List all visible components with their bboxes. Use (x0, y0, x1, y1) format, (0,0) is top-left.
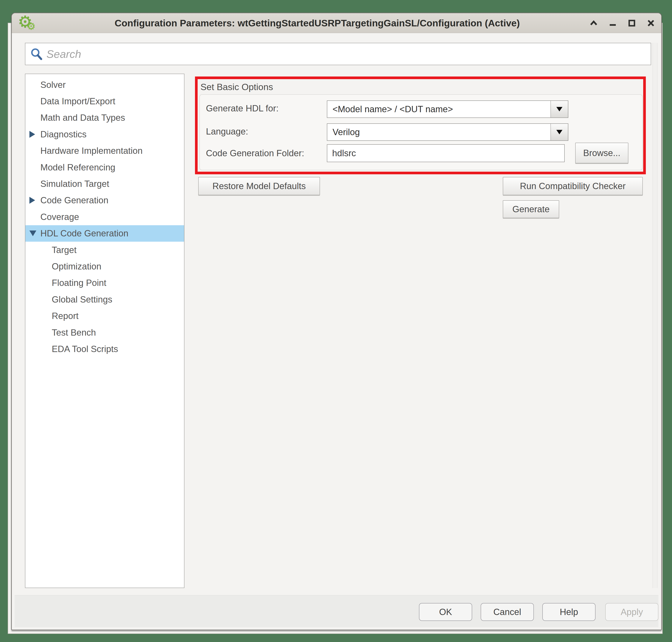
search-input[interactable] (47, 43, 651, 65)
sidebar-item-label: Code Generation (40, 195, 108, 205)
language-value: Verilog (327, 124, 551, 140)
sidebar-item-simulation-target[interactable]: Simulation Target (25, 176, 184, 192)
vertical-scrollbar[interactable] (652, 43, 657, 588)
sidebar-item-math-and-data-types[interactable]: Math and Data Types (25, 110, 184, 126)
sidebar-item-optimization[interactable]: Optimization (25, 258, 184, 274)
sidebar-item-floating-point[interactable]: Floating Point (25, 275, 184, 291)
shade-icon[interactable] (590, 19, 598, 27)
browse-button[interactable]: Browse... (575, 143, 629, 163)
sidebar-item-label: Test Bench (52, 328, 96, 338)
sidebar-item-label: Solver (40, 80, 66, 90)
language-dropdown[interactable]: Verilog (327, 123, 568, 141)
minimize-icon[interactable] (608, 19, 617, 27)
sidebar-item-code-generation[interactable]: Code Generation (25, 192, 184, 209)
generate-hdl-for-dropdown[interactable]: <Model name> / <DUT name> (327, 100, 568, 118)
sidebar-item-coverage[interactable]: Coverage (25, 209, 184, 225)
search-box (25, 43, 651, 65)
window-title: Configuration Parameters: wtGettingStart… (12, 17, 661, 29)
sidebar-item-eda-tool-scripts[interactable]: EDA Tool Scripts (25, 341, 184, 357)
sidebar-item-target[interactable]: Target (25, 242, 184, 258)
section-title: Set Basic Options (201, 82, 273, 92)
tree-expanded-arrow[interactable] (29, 231, 36, 236)
window-controls (590, 13, 655, 33)
sidebar-item-label: Diagnostics (40, 129, 87, 139)
apply-button[interactable]: Apply (605, 603, 658, 621)
sidebar-item-diagnostics[interactable]: Diagnostics (25, 126, 184, 142)
close-icon[interactable] (647, 19, 655, 27)
sidebar-item-model-referencing[interactable]: Model Referencing (25, 159, 184, 176)
sidebar-item-label: Simulation Target (40, 179, 109, 189)
sidebar-item-hdl-code-generation[interactable]: HDL Code Generation (25, 225, 184, 242)
sidebar-item-label: Hardware Implementation (40, 146, 143, 156)
configuration-parameters-dialog: ⚙ ⚙ Configuration Parameters: wtGettingS… (11, 13, 662, 630)
sidebar-item-label: HDL Code Generation (40, 228, 128, 239)
sidebar-tree: SolverData Import/ExportMath and Data Ty… (25, 74, 184, 588)
sidebar-item-hardware-implementation[interactable]: Hardware Implementation (25, 143, 184, 159)
footer-bar: OK Cancel Help Apply (15, 595, 658, 627)
sidebar-item-test-bench[interactable]: Test Bench (25, 324, 184, 341)
sidebar-item-label: Math and Data Types (40, 113, 125, 123)
sidebar-item-label: Report (52, 311, 78, 321)
chevron-down-icon[interactable] (551, 124, 568, 140)
tree-collapsed-arrow[interactable] (29, 131, 35, 138)
sidebar-item-report[interactable]: Report (25, 308, 184, 324)
search-icon (30, 48, 43, 60)
generate-hdl-for-label: Generate HDL for: (206, 103, 279, 113)
sidebar-item-label: Data Import/Export (40, 96, 115, 106)
code-generation-folder-input[interactable] (327, 144, 565, 162)
sidebar-item-data-import-export[interactable]: Data Import/Export (25, 93, 184, 110)
sidebar-item-label: Floating Point (52, 278, 106, 288)
sidebar-item-label: Model Referencing (40, 162, 115, 172)
sidebar-item-label: Optimization (52, 261, 101, 271)
sidebar-item-global-settings[interactable]: Global Settings (25, 291, 184, 308)
code-generation-folder-label: Code Generation Folder: (206, 148, 304, 158)
sidebar-item-label: Coverage (40, 212, 79, 222)
generate-button[interactable]: Generate (503, 200, 559, 218)
run-compatibility-checker-button[interactable]: Run Compatibility Checker (503, 177, 643, 195)
sidebar-item-solver[interactable]: Solver (25, 77, 184, 93)
help-button[interactable]: Help (542, 603, 595, 621)
maximize-icon[interactable] (628, 19, 636, 27)
sidebar-item-label: Global Settings (52, 294, 112, 305)
cancel-button[interactable]: Cancel (481, 603, 534, 621)
gear-icon: ⚙ ⚙ (18, 14, 40, 33)
titlebar[interactable]: ⚙ ⚙ Configuration Parameters: wtGettingS… (12, 13, 661, 33)
generate-hdl-for-value: <Model name> / <DUT name> (327, 101, 551, 117)
sidebar-item-label: Target (52, 245, 77, 255)
language-label: Language: (206, 126, 248, 137)
chevron-down-icon[interactable] (551, 101, 568, 117)
sidebar-item-label: EDA Tool Scripts (52, 344, 118, 354)
restore-model-defaults-button[interactable]: Restore Model Defaults (198, 177, 320, 195)
tree-collapsed-arrow[interactable] (29, 197, 35, 204)
ok-button[interactable]: OK (419, 603, 472, 621)
